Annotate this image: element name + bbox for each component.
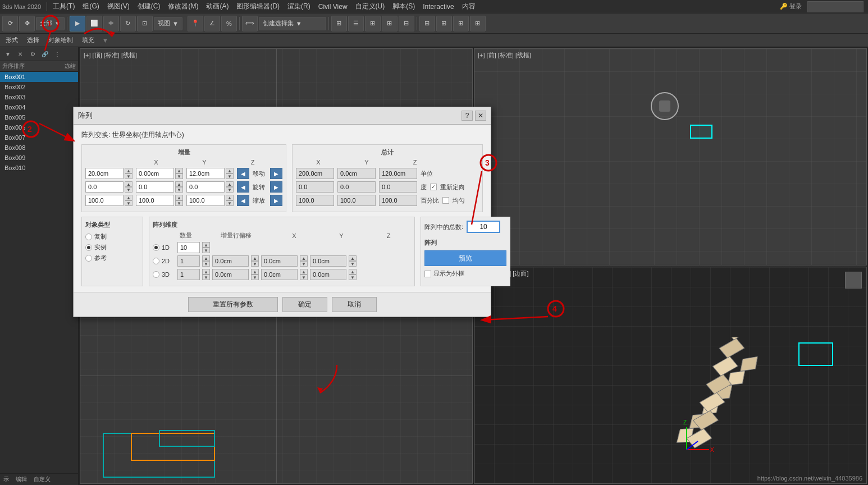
- particle-btn[interactable]: ⊞: [453, 16, 469, 31]
- dim-2d-down[interactable]: ▼: [202, 261, 210, 267]
- uniform-checkbox[interactable]: [442, 197, 449, 204]
- reset-btn[interactable]: 重置所有参数: [188, 297, 278, 312]
- rotate-z-down[interactable]: ▼: [226, 187, 234, 193]
- move-y-down[interactable]: ▼: [175, 173, 183, 179]
- dim-3d-radio[interactable]: [153, 271, 159, 278]
- tab-object-draw[interactable]: 对象绘制: [45, 35, 76, 45]
- reference-radio[interactable]: [85, 255, 92, 262]
- select-region-btn[interactable]: ⬜: [86, 16, 102, 31]
- dim-3d-y[interactable]: [261, 269, 298, 280]
- dim-3d-up[interactable]: ▲: [202, 269, 210, 274]
- create-selection-dropdown[interactable]: 创建选择集 ▼: [259, 17, 326, 30]
- rotate-z-spinner[interactable]: ▲ ▼: [226, 181, 234, 193]
- cancel-btn[interactable]: 取消: [332, 297, 377, 312]
- dim-3d-x[interactable]: [212, 269, 249, 280]
- scale-y-down[interactable]: ▼: [175, 200, 183, 206]
- scale-x-down[interactable]: ▼: [125, 200, 133, 206]
- list-item-box001[interactable]: Box001: [0, 72, 78, 82]
- move-x-input[interactable]: [85, 168, 124, 179]
- dim-3d-spinner[interactable]: ▲ ▼: [202, 269, 210, 280]
- align-btn[interactable]: ⊞: [331, 16, 347, 31]
- grid-btn[interactable]: ⊞: [365, 16, 381, 31]
- rotate-z-up[interactable]: ▲: [226, 181, 234, 187]
- copy-radio[interactable]: [85, 234, 92, 240]
- filter-icon[interactable]: ▼: [2, 48, 13, 60]
- pan-btn[interactable]: ✥: [19, 16, 35, 31]
- move-z-up[interactable]: ▲: [226, 168, 234, 173]
- scale-arrow-left[interactable]: ◀: [237, 195, 249, 206]
- rotate-z-input[interactable]: [186, 181, 225, 193]
- menu-graph-editor[interactable]: 图形编辑器(D): [233, 1, 283, 12]
- menu-script[interactable]: 脚本(S): [389, 1, 418, 12]
- list-item-box007[interactable]: Box007: [0, 132, 78, 143]
- list-item-box010[interactable]: Box010: [0, 163, 78, 173]
- snap-btn[interactable]: 📍: [188, 16, 203, 31]
- dim-3d-z-spinner[interactable]: ▲ ▼: [349, 269, 357, 280]
- menu-create[interactable]: 创建(C): [134, 1, 164, 12]
- link-icon[interactable]: 🔗: [39, 48, 51, 60]
- dim-2d-up[interactable]: ▲: [202, 255, 210, 261]
- list-item-box003[interactable]: Box003: [0, 92, 78, 102]
- list-item-box002[interactable]: Box002: [0, 82, 78, 92]
- dim-1d-down[interactable]: ▼: [202, 248, 210, 253]
- scale-arrow-right[interactable]: ▶: [270, 195, 282, 206]
- dim-2d-z[interactable]: [310, 255, 346, 267]
- dim-2d-z-spinner[interactable]: ▲ ▼: [349, 255, 357, 267]
- close-icon[interactable]: ✕: [15, 48, 26, 60]
- rotate-y-down[interactable]: ▼: [175, 187, 183, 193]
- sidebar-tab-scene[interactable]: 示: [0, 474, 12, 485]
- preview-btn[interactable]: 预览: [424, 250, 506, 266]
- menu-customize[interactable]: 自定义(U): [352, 1, 389, 12]
- mirror2-btn[interactable]: ⊟: [399, 16, 414, 31]
- menu-animation[interactable]: 动画(A): [203, 1, 232, 12]
- view-cube[interactable]: [845, 272, 862, 289]
- login-btn[interactable]: 🔑 登录: [775, 2, 806, 11]
- dim-1d-count[interactable]: [177, 242, 200, 253]
- mirror-btn[interactable]: ⟺: [242, 16, 258, 31]
- menu-rendering[interactable]: 渲染(R): [284, 1, 314, 12]
- menu-interactive[interactable]: Interactive: [419, 2, 457, 12]
- dim-2d-count[interactable]: [177, 255, 200, 267]
- rotate-btn[interactable]: ↻: [120, 16, 136, 31]
- rotate-x-input[interactable]: [85, 181, 124, 193]
- move-x-up[interactable]: ▲: [125, 168, 133, 173]
- menu-edit[interactable]: 工具(T): [49, 1, 78, 12]
- tab-fill[interactable]: 填充: [79, 35, 98, 45]
- rotate-y-up[interactable]: ▲: [175, 181, 183, 187]
- select-all-dropdown[interactable]: 全部 ▼: [36, 17, 65, 30]
- menu-civil-view[interactable]: Civil View: [315, 2, 351, 12]
- dim-2d-x-spinner[interactable]: ▲ ▼: [251, 255, 259, 267]
- rotate-arrow-left[interactable]: ◀: [237, 181, 249, 193]
- viewport-perspective[interactable]: [透视] [标准] [边面]: [474, 267, 867, 484]
- total-count-input[interactable]: [467, 221, 500, 233]
- rotate-arrow-right[interactable]: ▶: [270, 181, 282, 193]
- menu-content[interactable]: 内容: [459, 1, 479, 12]
- reorient-checkbox[interactable]: [430, 184, 437, 190]
- dim-1d-up[interactable]: ▲: [202, 242, 210, 248]
- more-icon[interactable]: ⋮: [52, 48, 63, 60]
- list-item-box008[interactable]: Box008: [0, 143, 78, 153]
- scale-y-input[interactable]: [136, 195, 174, 206]
- sidebar-tab-edit[interactable]: 编辑: [12, 474, 30, 485]
- viewport-front[interactable]: [+] [前] [标准] [线框]: [474, 48, 867, 266]
- select-btn[interactable]: ▶: [70, 16, 85, 31]
- ok-btn[interactable]: 确定: [282, 297, 327, 312]
- array-btn[interactable]: ⊞: [382, 16, 398, 31]
- menu-view[interactable]: 视图(V): [104, 1, 133, 12]
- move-z-spinner[interactable]: ▲ ▼: [226, 168, 234, 179]
- curve-editor-btn[interactable]: ⊞: [436, 16, 452, 31]
- scale-y-spinner[interactable]: ▲ ▼: [175, 195, 183, 206]
- render-btn[interactable]: ⊞: [470, 16, 486, 31]
- scale-z-up[interactable]: ▲: [226, 195, 234, 200]
- list-item-box009[interactable]: Box009: [0, 153, 78, 163]
- scale-z-spinner[interactable]: ▲ ▼: [226, 195, 234, 206]
- scale-x-up[interactable]: ▲: [125, 195, 133, 200]
- dim-3d-y-spinner[interactable]: ▲ ▼: [300, 269, 308, 280]
- menu-modifier[interactable]: 修改器(M): [165, 1, 202, 12]
- dim-3d-z[interactable]: [310, 269, 346, 280]
- move-y-input[interactable]: [136, 168, 174, 179]
- user-dropdown[interactable]: [807, 1, 864, 12]
- move-z-input[interactable]: [186, 168, 225, 179]
- move-x-spinner[interactable]: ▲ ▼: [125, 168, 133, 179]
- scale-y-up[interactable]: ▲: [175, 195, 183, 200]
